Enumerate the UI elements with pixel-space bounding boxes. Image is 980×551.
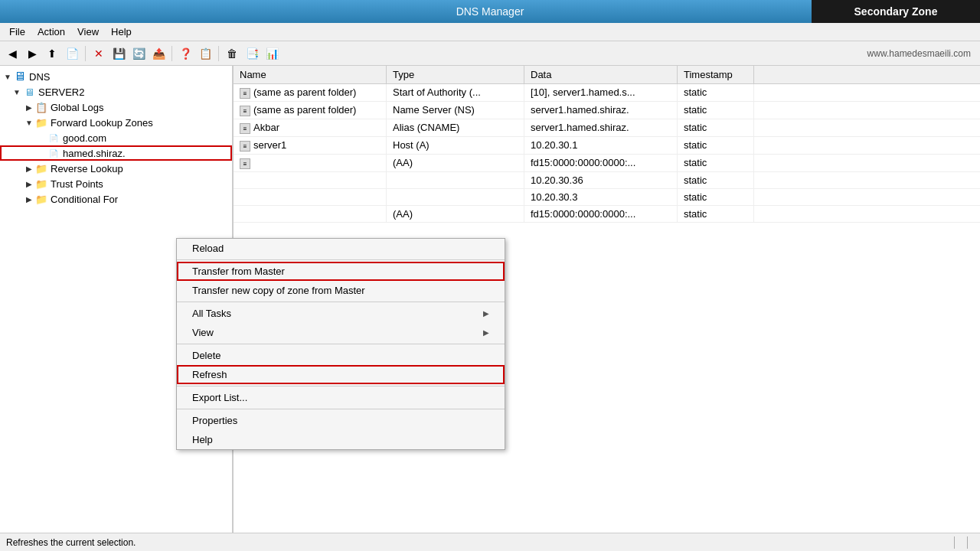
toolbar-delete[interactable]: ✕ bbox=[90, 44, 108, 63]
tree-item-reverse-lookup[interactable]: ▶ 📁 Reverse Lookup bbox=[0, 161, 232, 176]
expand-global-logs[interactable]: ▶ bbox=[24, 103, 34, 112]
record-icon: ≡ bbox=[240, 88, 250, 99]
ctx-arrow-all-tasks: ▶ bbox=[483, 309, 489, 318]
tree-item-good-com[interactable]: ▶ 📄 good.com bbox=[0, 130, 232, 145]
ctx-delete[interactable]: Delete bbox=[177, 346, 505, 365]
status-text: Refreshes the current selection. bbox=[6, 537, 948, 548]
toolbar-back[interactable]: ◀ bbox=[3, 44, 21, 63]
cell-data: 10.20.30.3 bbox=[524, 189, 678, 205]
expand-forward-lookup[interactable]: ▼ bbox=[24, 119, 34, 127]
ctx-transfer-from-master[interactable]: Transfer from Master bbox=[177, 262, 505, 281]
col-header-name[interactable]: Name bbox=[234, 66, 387, 83]
cell-timestamp: static bbox=[678, 137, 754, 154]
toolbar-save[interactable]: 💾 bbox=[109, 44, 128, 63]
cell-type: (AA) bbox=[387, 206, 524, 222]
col-header-timestamp[interactable]: Timestamp bbox=[678, 66, 754, 83]
cell-data: 10.20.30.1 bbox=[524, 137, 678, 154]
cell-type bbox=[387, 189, 524, 205]
tree-item-forward-lookup[interactable]: ▼ 📁 Forward Lookup Zones bbox=[0, 115, 232, 130]
toolbar-help[interactable]: ❓ bbox=[176, 44, 194, 63]
tree-item-server2[interactable]: ▼ 🖥 SERVER2 bbox=[0, 84, 232, 99]
expand-conditional-for[interactable]: ▶ bbox=[24, 195, 34, 204]
ctx-view[interactable]: View ▶ bbox=[177, 323, 505, 342]
cell-name: ≡(same as parent folder) bbox=[234, 84, 387, 101]
ctx-transfer-new-copy[interactable]: Transfer new copy of zone from Master bbox=[177, 281, 505, 300]
list-row[interactable]: ≡server1 Host (A) 10.20.30.1 static bbox=[234, 137, 980, 155]
toolbar-refresh[interactable]: 🔄 bbox=[129, 44, 148, 63]
toolbar-chart[interactable]: 📊 bbox=[263, 44, 281, 63]
cell-data: fd15:0000:0000:0000:... bbox=[524, 206, 678, 222]
status-divider bbox=[954, 536, 955, 549]
conditional-for-icon: 📁 bbox=[35, 193, 47, 205]
tree-item-global-logs[interactable]: ▶ 📋 Global Logs bbox=[0, 99, 232, 115]
toolbar-show-hide[interactable]: 📄 bbox=[63, 44, 81, 63]
cell-data: [10], server1.hamed.s... bbox=[524, 84, 678, 101]
cell-name: ≡Akbar bbox=[234, 119, 387, 136]
toolbar-trash[interactable]: 🗑 bbox=[223, 44, 241, 63]
list-row[interactable]: ≡(same as parent folder) Name Server (NS… bbox=[234, 102, 980, 119]
cell-timestamp: static bbox=[678, 119, 754, 136]
ctx-sep-2 bbox=[177, 302, 505, 302]
col-header-type[interactable]: Type bbox=[387, 66, 524, 83]
list-row[interactable]: (AA) fd15:0000:0000:0000:... static bbox=[234, 206, 980, 223]
cell-name: ≡server1 bbox=[234, 137, 387, 154]
cell-timestamp: static bbox=[678, 84, 754, 101]
ctx-properties[interactable]: Properties bbox=[177, 411, 505, 430]
toolbar-page[interactable]: 📑 bbox=[243, 44, 261, 63]
ctx-sep-4 bbox=[177, 386, 505, 386]
cell-data: 10.20.30.36 bbox=[524, 172, 678, 188]
toolbar-forward[interactable]: ▶ bbox=[23, 44, 41, 63]
ctx-arrow-view: ▶ bbox=[483, 328, 489, 337]
toolbar-up[interactable]: ⬆ bbox=[43, 44, 61, 63]
ctx-export-list[interactable]: Export List... bbox=[177, 388, 505, 407]
ctx-reload[interactable]: Reload bbox=[177, 239, 505, 258]
menu-file[interactable]: File bbox=[3, 24, 31, 39]
cell-type: Start of Authority (... bbox=[387, 84, 524, 101]
server-icon: 🖥 bbox=[23, 86, 35, 98]
app-title: DNS Manager bbox=[456, 5, 524, 18]
record-icon: ≡ bbox=[240, 123, 250, 134]
cell-type: Alias (CNAME) bbox=[387, 119, 524, 136]
cell-name bbox=[234, 189, 387, 205]
cell-name: ≡ bbox=[234, 155, 387, 171]
forward-lookup-icon: 📁 bbox=[35, 116, 47, 129]
trust-points-icon: 📁 bbox=[35, 178, 47, 190]
list-row[interactable]: 10.20.30.36 static bbox=[234, 172, 980, 189]
expand-dns[interactable]: ▼ bbox=[3, 73, 12, 81]
tree-item-hamed-shiraz[interactable]: ▶ 📄 hamed.shiraz. bbox=[0, 145, 232, 161]
expand-server2[interactable]: ▼ bbox=[12, 88, 21, 96]
toolbar-sep-3 bbox=[218, 46, 219, 61]
cell-timestamp: static bbox=[678, 189, 754, 205]
tree-item-conditional-for[interactable]: ▶ 📁 Conditional For bbox=[0, 191, 232, 207]
good-com-icon: 📄 bbox=[47, 132, 60, 144]
tree-item-dns[interactable]: ▼ 🖥 DNS bbox=[0, 69, 232, 84]
ctx-all-tasks[interactable]: All Tasks ▶ bbox=[177, 304, 505, 323]
menu-bar: File Action View Help bbox=[0, 23, 980, 41]
cell-type bbox=[387, 172, 524, 188]
toolbar-clipboard[interactable]: 📋 bbox=[196, 44, 214, 63]
ctx-help[interactable]: Help bbox=[177, 430, 505, 449]
cell-data: fd15:0000:0000:0000:... bbox=[524, 155, 678, 171]
ctx-refresh[interactable]: Refresh bbox=[177, 365, 505, 384]
list-row[interactable]: ≡Akbar Alias (CNAME) server1.hamed.shira… bbox=[234, 119, 980, 137]
cell-data: server1.hamed.shiraz. bbox=[524, 119, 678, 136]
cell-timestamp: static bbox=[678, 155, 754, 171]
list-row[interactable]: 10.20.30.3 static bbox=[234, 189, 980, 206]
hamed-shiraz-icon: 📄 bbox=[47, 147, 60, 159]
col-header-data[interactable]: Data bbox=[524, 66, 678, 83]
menu-action[interactable]: Action bbox=[31, 24, 71, 39]
ctx-sep-3 bbox=[177, 344, 505, 344]
website-label: www.hamedesmaeili.com bbox=[867, 48, 971, 59]
list-row[interactable]: ≡ (AA) fd15:0000:0000:0000:... static bbox=[234, 155, 980, 172]
expand-trust-points[interactable]: ▶ bbox=[24, 180, 34, 188]
list-row[interactable]: ≡(same as parent folder) Start of Author… bbox=[234, 84, 980, 102]
menu-help[interactable]: Help bbox=[105, 24, 138, 39]
title-bar: DNS Manager Secondary Zone bbox=[0, 0, 980, 23]
toolbar-sep-1 bbox=[85, 46, 86, 61]
expand-reverse-lookup[interactable]: ▶ bbox=[24, 165, 34, 173]
cell-type: Name Server (NS) bbox=[387, 102, 524, 119]
tree-item-trust-points[interactable]: ▶ 📁 Trust Points bbox=[0, 176, 232, 191]
toolbar-export[interactable]: 📤 bbox=[149, 44, 168, 63]
secondary-zone-badge: Secondary Zone bbox=[812, 0, 980, 23]
menu-view[interactable]: View bbox=[71, 24, 105, 39]
